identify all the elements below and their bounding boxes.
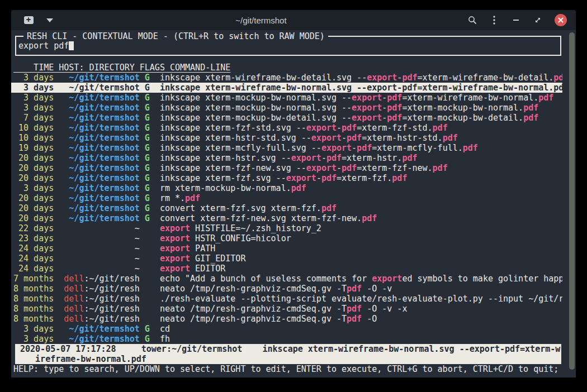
- search-panel: RESH CLI - CONTEXTUAL MODE - (CTRL+R to …: [15, 36, 561, 56]
- history-row[interactable]: 3 days ~/git/termshot G inkscape xterm-m…: [11, 103, 562, 113]
- help-bar: HELP: type to search, UP/DOWN to select,…: [11, 364, 576, 374]
- terminal-content: RESH CLI - CONTEXTUAL MODE - (CTRL+R to …: [11, 30, 576, 377]
- history-row[interactable]: 8 months dell:~/git/resh neato /tmp/resh…: [11, 304, 562, 314]
- history-row[interactable]: 3 days ~/git/termshot G fh: [11, 334, 562, 344]
- history-list: 3 days ~/git/termshot G inkscape xterm-w…: [11, 73, 562, 344]
- history-row[interactable]: 10 days ~/git/termshot G inkscape xterm-…: [11, 133, 562, 143]
- minimize-button[interactable]: [511, 15, 521, 25]
- history-row-selected[interactable]: 3 days ~/git/termshot G inkscape xterm-w…: [11, 83, 562, 93]
- history-row[interactable]: 7 days ~/git/termshot G inkscape xterm-m…: [11, 113, 562, 123]
- selected-command-line2: ireframe-bw-normal.pdf: [20, 354, 561, 364]
- history-row[interactable]: 22 days ~ export HISTFILE=~/.zsh_history…: [11, 223, 562, 233]
- selected-command-line1: 2020-05-07 17:17:28 tower:~/git/termshot…: [20, 344, 561, 354]
- history-row[interactable]: 3 days ~/git/termshot G inkscape xterm-w…: [11, 73, 562, 83]
- history-row[interactable]: 10 days ~/git/termshot G inkscape xterm-…: [11, 123, 562, 133]
- history-row[interactable]: 19 days ~/git/termshot G inkscape xterm-…: [11, 143, 562, 153]
- history-row[interactable]: 20 days ~/git/termshot G inkscape xterm-…: [11, 163, 562, 173]
- window-title: ~/git/termshot: [55, 16, 467, 25]
- search-panel-title: RESH CLI - CONTEXTUAL MODE - (CTRL+R to …: [23, 31, 328, 41]
- history-row[interactable]: 24 days ~ export EDITOR: [11, 264, 562, 274]
- scrollbar-thumb[interactable]: [569, 32, 575, 370]
- history-row[interactable]: 24 days ~ export PATH: [11, 243, 562, 254]
- tab-dropdown-caret-icon[interactable]: [45, 15, 55, 25]
- history-row[interactable]: 8 months dell:~/git/resh neato /tmp/resh…: [11, 314, 562, 324]
- titlebar-right: [467, 14, 576, 26]
- menu-kebab-icon[interactable]: [489, 15, 499, 25]
- close-button[interactable]: [555, 14, 567, 26]
- new-tab-icon[interactable]: [23, 15, 34, 25]
- titlebar-left: [11, 15, 55, 25]
- table-header: TIME HOST: DIRECTORY FLAGS COMMAND-LINE: [11, 63, 576, 73]
- text-cursor: [69, 41, 74, 50]
- selected-command-detail: 2020-05-07 17:17:28 tower:~/git/termshot…: [15, 344, 561, 364]
- history-row[interactable]: 24 days ~ export GIT_EDITOR: [11, 254, 562, 264]
- history-row[interactable]: 8 months dell:~/git/resh neato /tmp/resh…: [11, 284, 562, 294]
- search-icon[interactable]: [467, 15, 477, 25]
- history-row[interactable]: 3 days ~/git/termshot G inkscape xterm-m…: [11, 93, 562, 103]
- history-row[interactable]: 7 months dell:~/git/resh echo "Add a bun…: [11, 274, 562, 284]
- scrollbar[interactable]: [569, 32, 575, 370]
- history-row[interactable]: 20 days ~/git/termshot G convert xterm-f…: [11, 213, 562, 223]
- history-row[interactable]: 3 days ~/git/termshot G rm xterm-mockup-…: [11, 183, 562, 193]
- history-row[interactable]: 20 days ~/git/termshot G rm *.pdf: [11, 193, 562, 203]
- titlebar: ~/git/termshot: [11, 10, 576, 30]
- search-query-text: export pdf: [18, 41, 69, 51]
- history-row[interactable]: 20 days ~/git/termshot G convert xterm-f…: [11, 203, 562, 213]
- history-row[interactable]: 8 months dell:~/git/resh ./resh-evaluate…: [11, 294, 562, 304]
- terminal-window: ~/git/termshot RESH CLI - CONTEXTUAL MOD…: [11, 10, 576, 377]
- history-row[interactable]: 23 days ~ export HSTR_CONFIG=hicolor: [11, 233, 562, 243]
- restore-button[interactable]: [533, 15, 543, 25]
- history-row[interactable]: 3 days ~/git/termshot G cd: [11, 324, 562, 334]
- history-row[interactable]: 20 days ~/git/termshot G inkscape xterm-…: [11, 153, 562, 163]
- history-row[interactable]: 20 days ~/git/termshot G inkscape xterm-…: [11, 173, 562, 183]
